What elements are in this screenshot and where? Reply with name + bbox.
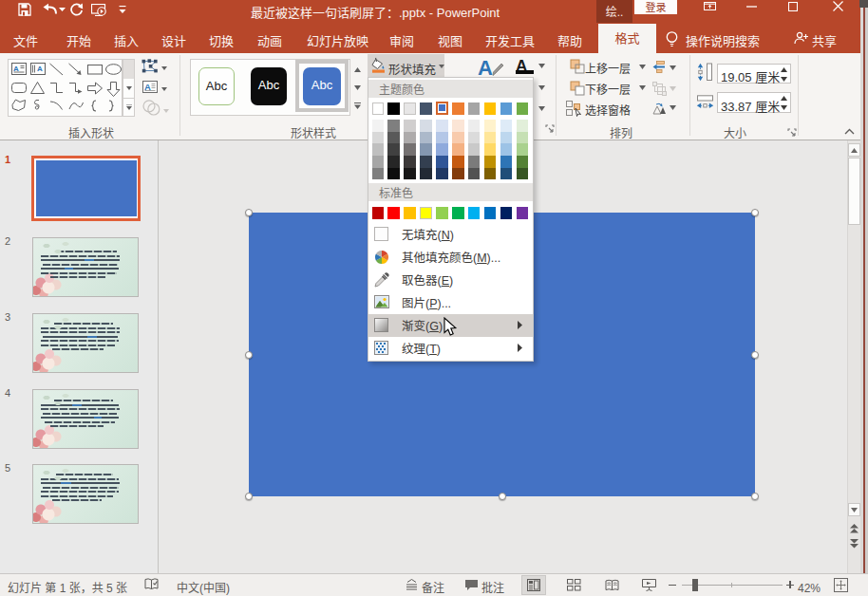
svg-text:A: A bbox=[37, 65, 43, 73]
svg-text:A: A bbox=[13, 65, 19, 73]
